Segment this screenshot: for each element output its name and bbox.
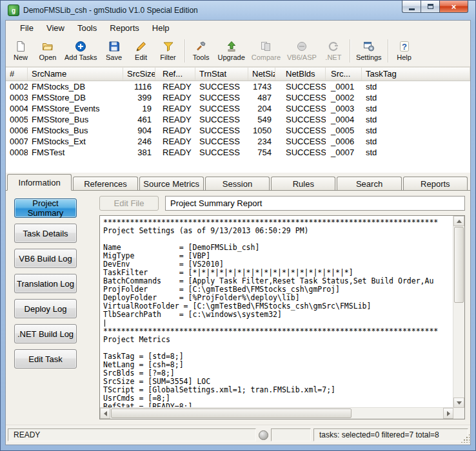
horizontal-scroll-thumb[interactable] [111,408,352,418]
tab-session[interactable]: Session [205,177,270,190]
new-document-icon [15,41,26,52]
toolbar-label: Filter [160,53,175,61]
toolbar-label: Help [397,53,412,61]
edit-pencil-icon [135,41,147,52]
report-detail: Edit File Project Summary Report *******… [94,191,470,425]
column-header-tasktag[interactable]: TaskTag [362,68,470,81]
cell-srcname: FMSStore_DB [28,92,123,103]
filter-button[interactable]: Filter [155,37,182,65]
cell-trnstat: SUCCESS [195,114,248,125]
status-text: READY [8,428,256,441]
tools-button[interactable]: Tools [188,37,215,65]
report-header: Edit File Project Summary Report [99,196,465,211]
toolbar-label: New [14,53,28,61]
column-header-netsize[interactable]: NetSize [248,68,275,81]
menu-view[interactable]: View [40,21,71,35]
caption-buttons: × [402,1,468,13]
table-row[interactable]: 0002FMStocks_DB1116READYSUCCESS1743SUCCE… [6,81,470,92]
cell-srcname: FMSTest [28,147,123,158]
compare-icon [260,41,272,52]
task-grid-header: # SrcName SrcSize Ref... TrnStat NetSize… [6,68,470,81]
cell-srcblds: _0007 [326,147,362,158]
tab-source-metrics[interactable]: Source Metrics [139,177,204,190]
tab-reports[interactable]: Reports [403,177,468,190]
column-header-number[interactable]: # [6,68,28,81]
column-header-srcblds[interactable]: Src... [326,68,362,81]
close-button[interactable]: × [439,1,468,13]
help-button[interactable]: ? Help [391,37,418,65]
table-row[interactable]: 0007FMStocks_Ext246READYSUCCESS234SUCCES… [6,136,470,147]
cell-refstat: READY [155,114,195,125]
settings-button[interactable]: Settings [353,37,385,65]
information-pane: Project Summary Task Details VB6 Build L… [6,191,470,425]
cell-tasktag: std [362,114,470,125]
cell-netblds: SUCCESS [275,81,326,92]
horizontal-scrollbar[interactable] [100,407,453,419]
column-header-refstat[interactable]: Ref... [155,68,195,81]
scroll-up-arrow[interactable] [453,216,464,226]
cell-number: 0002 [6,81,28,92]
menu-help[interactable]: Help [146,21,176,35]
cell-srcsize: 381 [123,147,155,158]
tab-rules[interactable]: Rules [271,177,335,190]
toolbar-label: Open [39,53,57,61]
tab-search[interactable]: Search [337,177,401,190]
deploy-log-button[interactable]: Deploy Log [14,299,77,318]
translation-log-button[interactable]: Translation Log [14,274,77,293]
cell-srcblds: _0005 [326,125,362,136]
column-header-netblds[interactable]: NetBlds [275,68,326,81]
save-button[interactable]: Save [101,37,128,65]
task-details-button[interactable]: Task Details [14,224,77,243]
report-text[interactable]: ****************************************… [100,216,453,408]
cell-srcname: FMSStore_Events [28,103,123,114]
cell-number: 0003 [6,92,28,103]
task-grid: # SrcName SrcSize Ref... TrnStat NetSize… [6,67,470,173]
new-button[interactable]: New [7,37,34,65]
edit-task-button[interactable]: Edit Task [14,349,77,369]
column-header-trnstat[interactable]: TrnStat [195,68,248,81]
menu-tools[interactable]: Tools [71,21,103,35]
table-row[interactable]: 0006FMStocks_Bus904READYSUCCESS1050SUCCE… [6,125,470,136]
progress-bar [271,428,311,441]
minimize-button[interactable] [402,1,421,13]
dotnet-build-log-button[interactable]: .NET Build Log [14,324,77,343]
tab-references[interactable]: References [73,177,137,190]
cell-trnstat: SUCCESS [195,136,248,147]
cell-number: 0007 [6,136,28,147]
report-text-area[interactable]: ****************************************… [99,215,465,419]
vb6-build-log-button[interactable]: VB6 Build Log [14,249,77,268]
maximize-button[interactable] [421,1,439,13]
toolbar-label: Tools [193,53,210,61]
add-tasks-button[interactable]: Add Tasks [61,37,101,65]
cell-srcblds: _0002 [326,92,362,103]
column-header-srcsize[interactable]: SrcSize [123,68,155,81]
cell-tasktag: std [362,136,470,147]
menu-file[interactable]: File [14,21,40,35]
table-row[interactable]: 0004FMSStore_Events19READYSUCCESS204SUCC… [6,103,470,114]
scroll-down-arrow[interactable] [453,398,464,408]
table-row[interactable]: 0008FMSTest381READYSUCCESS754SUCCESS_000… [6,147,470,158]
compare-button: Compare [248,37,284,65]
scroll-right-arrow[interactable] [443,408,453,419]
tab-information[interactable]: Information [7,174,72,191]
cell-srcsize: 19 [123,103,155,114]
scroll-left-arrow[interactable] [100,408,110,419]
titlebar[interactable]: g DemoFMSLib_csh - gmStudio V1.0 Special… [5,1,471,20]
project-summary-button[interactable]: Project Summary [14,198,77,218]
edit-button[interactable]: Edit [128,37,155,65]
column-header-srcname[interactable]: SrcName [28,68,123,81]
menu-reports[interactable]: Reports [103,21,146,35]
progress-cancel-icon[interactable] [259,430,268,440]
text-caret [104,320,105,327]
arrow-up-icon [457,220,462,223]
upgrade-button[interactable]: Upgrade [215,37,248,65]
open-button[interactable]: Open [34,37,61,65]
report-title-field[interactable]: Project Summary Report [165,196,465,211]
vertical-scrollbar[interactable] [453,216,464,408]
tab-strip: Information References Source Metrics Se… [6,173,470,191]
table-row[interactable]: 0005FMSStore_Bus461READYSUCCESS549SUCCES… [6,114,470,125]
vertical-scroll-thumb[interactable] [454,227,464,303]
table-row[interactable]: 0003FMSStore_DB399READYSUCCESS487SUCCESS… [6,92,470,103]
cell-netsize: 754 [248,147,275,158]
add-tasks-icon [75,41,86,52]
